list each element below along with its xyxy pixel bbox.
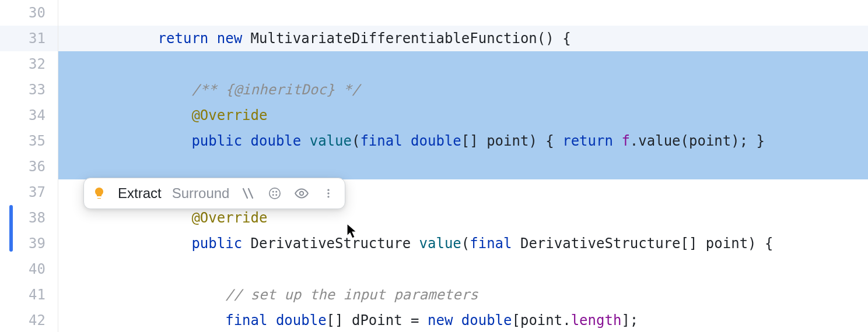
svg-point-10 bbox=[328, 196, 330, 197]
code-line[interactable]: public double value(final double[] point… bbox=[58, 128, 868, 154]
more-icon bbox=[320, 185, 337, 202]
mouse-cursor bbox=[346, 223, 358, 239]
extract-button[interactable]: Extract bbox=[118, 178, 162, 209]
surround-label: Surround bbox=[172, 185, 230, 202]
code-line[interactable]: // set up the input parameters bbox=[58, 282, 868, 308]
code-line[interactable] bbox=[58, 51, 868, 77]
code-line[interactable] bbox=[58, 154, 868, 179]
surround-button[interactable]: Surround bbox=[172, 178, 230, 209]
intention-bulb-button[interactable] bbox=[91, 178, 107, 209]
gutter: 30 31 32 33 34 35 36 37 38 39 40 41 42 bbox=[0, 0, 58, 332]
intention-toolbar: Extract Surround bbox=[83, 178, 345, 209]
bulb-icon bbox=[91, 185, 107, 202]
line-number[interactable]: 31 bbox=[0, 26, 58, 51]
svg-point-7 bbox=[300, 192, 304, 196]
svg-point-2 bbox=[270, 188, 280, 199]
code-line[interactable]: public DerivativeStructure value(final D… bbox=[58, 231, 868, 256]
code-line[interactable]: final double[] dPoint = new double[point… bbox=[58, 308, 868, 332]
reformat-icon bbox=[267, 185, 283, 202]
svg-line-1 bbox=[249, 189, 253, 198]
line-number[interactable]: 34 bbox=[0, 103, 58, 128]
comment-button[interactable] bbox=[240, 178, 256, 209]
comment-icon bbox=[240, 185, 256, 202]
line-number[interactable]: 38 bbox=[0, 205, 58, 231]
extract-label: Extract bbox=[118, 185, 162, 202]
svg-point-8 bbox=[328, 189, 330, 191]
code-line[interactable] bbox=[58, 0, 868, 26]
svg-point-3 bbox=[272, 191, 274, 193]
inspect-button[interactable] bbox=[293, 178, 310, 209]
svg-point-4 bbox=[276, 191, 278, 193]
vcs-change-marker[interactable] bbox=[9, 205, 13, 252]
line-number[interactable]: 37 bbox=[0, 179, 58, 205]
eye-icon bbox=[293, 185, 310, 202]
code-line[interactable] bbox=[58, 256, 868, 282]
svg-line-0 bbox=[243, 189, 247, 198]
code-editor: 30 31 32 33 34 35 36 37 38 39 40 41 42 r… bbox=[0, 0, 868, 332]
svg-point-9 bbox=[328, 192, 330, 194]
line-number[interactable]: 39 bbox=[0, 231, 58, 256]
svg-point-6 bbox=[276, 194, 278, 196]
line-number[interactable]: 30 bbox=[0, 0, 58, 26]
line-number[interactable]: 32 bbox=[0, 51, 58, 77]
code-line[interactable]: @Override bbox=[58, 103, 868, 128]
code-line[interactable]: /** {@inheritDoc} */ bbox=[58, 77, 868, 103]
reformat-button[interactable] bbox=[267, 178, 283, 209]
line-number[interactable]: 41 bbox=[0, 282, 58, 308]
code-line[interactable]: return new MultivariateDifferentiableFun… bbox=[58, 26, 868, 51]
more-button[interactable] bbox=[320, 178, 337, 209]
svg-point-5 bbox=[272, 194, 274, 196]
line-number[interactable]: 35 bbox=[0, 128, 58, 154]
code-area[interactable]: return new MultivariateDifferentiableFun… bbox=[58, 0, 868, 332]
line-number[interactable]: 33 bbox=[0, 77, 58, 103]
line-number[interactable]: 36 bbox=[0, 154, 58, 179]
line-number[interactable]: 40 bbox=[0, 256, 58, 282]
line-number[interactable]: 42 bbox=[0, 308, 58, 332]
